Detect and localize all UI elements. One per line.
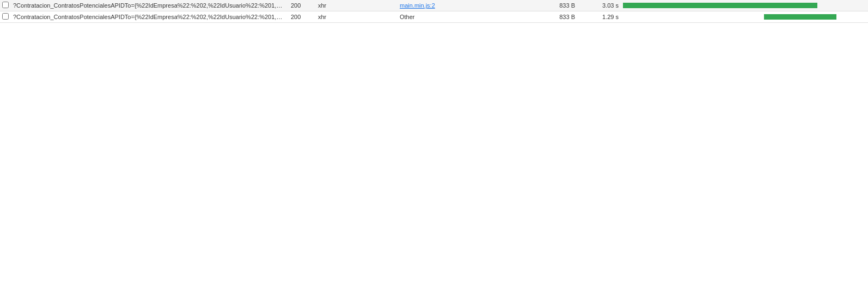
request-size: 833 B xyxy=(534,11,577,23)
request-status: 200 xyxy=(289,0,316,11)
table-row: ?Contratacion_ContratosPotencialesAPIDTo… xyxy=(0,0,868,11)
request-type: xhr xyxy=(316,0,398,11)
request-initiator: Other xyxy=(398,11,534,23)
waterfall-bar xyxy=(623,3,817,8)
table-row: ?Contratacion_ContratosPotencialesAPIDTo… xyxy=(0,11,868,23)
request-size: 833 B xyxy=(534,0,577,11)
request-time: 1.29 s xyxy=(577,11,621,23)
request-name[interactable]: ?Contratacion_ContratosPotencialesAPIDTo… xyxy=(11,0,289,11)
request-time: 3.03 s xyxy=(577,0,621,11)
request-type: xhr xyxy=(316,11,398,23)
network-requests-table: ?Contratacion_ContratosPotencialesAPIDTo… xyxy=(0,0,868,23)
initiator-link[interactable]: main.min.js:2 xyxy=(400,2,435,9)
row-checkbox-2[interactable] xyxy=(2,13,9,20)
request-waterfall xyxy=(621,0,868,11)
waterfall-bar-container xyxy=(623,1,866,10)
waterfall-bar-container xyxy=(623,13,866,21)
request-waterfall xyxy=(621,11,868,23)
request-name[interactable]: ?Contratacion_ContratosPotencialesAPIDTo… xyxy=(11,11,289,23)
row-checkbox-1[interactable] xyxy=(2,2,9,8)
request-initiator[interactable]: main.min.js:2 xyxy=(398,0,534,11)
waterfall-bar xyxy=(764,14,837,20)
request-status: 200 xyxy=(289,11,316,23)
